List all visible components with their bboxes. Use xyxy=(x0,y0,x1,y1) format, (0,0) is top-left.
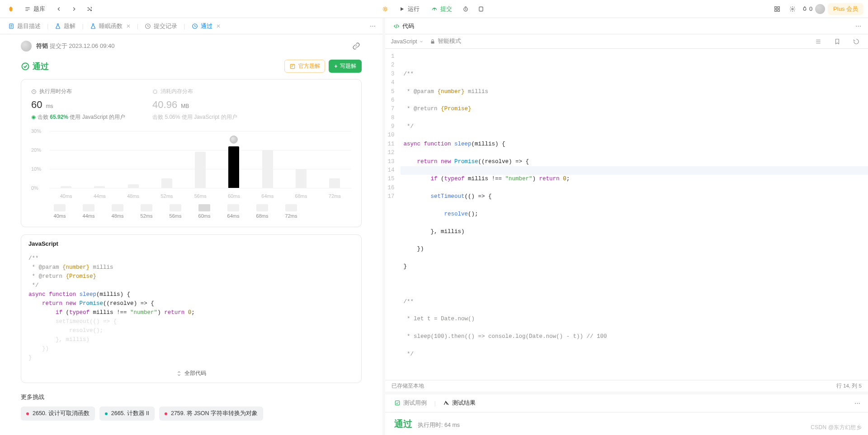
bookmark-icon[interactable] xyxy=(831,35,844,48)
chart-bar[interactable] xyxy=(60,186,72,188)
next-problem-button[interactable] xyxy=(68,3,80,15)
debug-icon[interactable] xyxy=(379,3,392,15)
language-select[interactable]: JavaScript xyxy=(391,38,423,45)
code-pane-header: 代码 ⋯ xyxy=(385,18,868,34)
right-pane: 代码 ⋯ JavaScript 智能模式 1234567891011121314… xyxy=(385,18,868,435)
submitter-name: 符韬 xyxy=(36,42,48,49)
chart-thumb[interactable]: 56ms xyxy=(165,204,186,219)
shuffle-button[interactable] xyxy=(83,3,96,15)
svg-rect-3 xyxy=(775,6,777,8)
runtime-block[interactable]: 执行用时分布 60 ms ◉击败 65.92% 使用 JavaScript 的用… xyxy=(31,88,125,121)
chart-bar[interactable] xyxy=(227,146,240,188)
chart-thumb[interactable]: 40ms xyxy=(49,204,70,219)
problem-list-label: 题库 xyxy=(33,5,45,13)
more-icon[interactable]: ⋯ xyxy=(852,20,864,33)
more-challenges-title: 更多挑战 xyxy=(21,393,362,401)
tab-submissions-label: 提交记录 xyxy=(154,22,177,30)
svg-point-0 xyxy=(384,8,387,10)
svg-rect-12 xyxy=(154,90,157,93)
submission-header: 符韬 提交于 2023.12.06 09:40 xyxy=(21,41,362,51)
smart-mode-toggle[interactable]: 智能模式 xyxy=(430,37,461,45)
user-avatar[interactable] xyxy=(815,4,825,14)
tab-testresults[interactable]: 测试结果 xyxy=(439,396,480,410)
format-icon[interactable] xyxy=(812,35,825,48)
svg-rect-5 xyxy=(775,9,777,11)
reset-icon[interactable] xyxy=(850,35,863,48)
close-icon[interactable]: ✕ xyxy=(126,23,131,29)
chart-thumb[interactable]: 60ms xyxy=(194,204,215,219)
editor-statusbar: 已存储至本地 行 14, 列 5 xyxy=(385,380,868,392)
link-icon[interactable] xyxy=(351,41,362,51)
show-all-code-button[interactable]: 全部代码 xyxy=(21,365,361,383)
close-icon[interactable]: ✕ xyxy=(216,23,221,29)
flask-icon xyxy=(55,23,61,29)
tab-accepted[interactable]: 通过 ✕ xyxy=(187,19,225,33)
test-exec-time: 执行用时: 64 ms xyxy=(418,422,460,428)
cursor-position: 行 14, 列 5 xyxy=(836,383,862,389)
chart-bar[interactable] xyxy=(194,152,207,188)
run-label: 运行 xyxy=(408,5,420,13)
official-solution-button[interactable]: 官方题解 xyxy=(284,60,325,73)
history-icon xyxy=(145,23,151,29)
submitter-avatar[interactable] xyxy=(21,41,32,51)
challenge-chip[interactable]: 2665. 计数器 II xyxy=(99,407,155,421)
tab-code[interactable]: 代码 xyxy=(389,19,419,33)
chart-thumb[interactable]: 48ms xyxy=(107,204,128,219)
chart-bar[interactable] xyxy=(261,150,274,188)
chart-bar[interactable] xyxy=(328,178,341,188)
chart-thumb[interactable]: 68ms xyxy=(252,204,273,219)
history-icon xyxy=(192,23,198,29)
tab-testcases[interactable]: 测试用例 xyxy=(390,396,431,410)
chart-thumb[interactable]: 52ms xyxy=(136,204,157,219)
svg-rect-4 xyxy=(778,6,779,8)
tab-accepted-label: 通过 xyxy=(201,22,212,30)
settings-icon[interactable] xyxy=(786,3,799,15)
svg-rect-6 xyxy=(778,9,779,11)
challenge-chip[interactable]: 2650. 设计可取消函数 xyxy=(21,407,95,421)
submitted-code: /** * @param {number} millis * @return {… xyxy=(21,253,361,365)
more-icon[interactable]: ⋯ xyxy=(366,20,379,33)
streak-counter[interactable]: 0 xyxy=(802,5,812,12)
layout-icon[interactable] xyxy=(771,3,783,15)
plus-badge[interactable]: Plus 会员 xyxy=(828,3,863,15)
test-panel: 测试用例 | 测试结果 ⋯ 通过 执行用时: 64 ms Case 1 Case… xyxy=(385,392,868,435)
left-tab-bar: 题目描述 | 题解 | 睡眠函数 ✕ | 提交记录 | 通过 ✕ xyxy=(0,18,382,34)
run-button[interactable]: 运行 xyxy=(394,3,424,15)
challenge-chip[interactable]: 2759. 将 JSON 字符串转换为对象 xyxy=(159,407,263,421)
tab-sleep-label: 睡眠函数 xyxy=(99,22,123,30)
submit-button[interactable]: 提交 xyxy=(427,3,457,15)
top-toolbar: 题库 运行 提交 0 Plus 会员 xyxy=(0,0,868,18)
write-solution-button[interactable]: +写题解 xyxy=(329,60,362,73)
tab-description-label: 题目描述 xyxy=(17,22,41,30)
editor-toolbar: JavaScript 智能模式 xyxy=(385,34,868,49)
chart-thumbnails: 40ms44ms48ms52ms56ms60ms64ms68ms72ms xyxy=(49,204,351,219)
chart-thumb[interactable]: 64ms xyxy=(223,204,244,219)
chart-bar[interactable] xyxy=(93,186,106,188)
chart-bar[interactable] xyxy=(160,178,173,188)
problem-list-button[interactable]: 题库 xyxy=(20,3,50,15)
memory-block[interactable]: 消耗内存分布 40.96 MB 击败 5.06% 使用 JavaScript 的… xyxy=(152,88,237,121)
code-language-label: JavaScript xyxy=(21,235,361,253)
saved-status: 已存储至本地 xyxy=(392,383,424,389)
chart-bar[interactable] xyxy=(295,169,307,188)
chart-thumb[interactable]: 44ms xyxy=(78,204,99,219)
runtime-chart: 0%10%20%30% 40ms44ms48ms52ms56ms60ms64ms… xyxy=(31,131,351,199)
metrics-card: 执行用时分布 60 ms ◉击败 65.92% 使用 JavaScript 的用… xyxy=(21,79,362,227)
tab-sleep-fn[interactable]: 睡眠函数 ✕ xyxy=(85,19,135,33)
more-icon[interactable]: ⋯ xyxy=(851,397,863,409)
tab-code-label: 代码 xyxy=(402,22,414,30)
tab-solution[interactable]: 题解 xyxy=(50,19,80,33)
code-editor[interactable]: 1234567891011121314151617 /** * @param {… xyxy=(385,49,868,380)
note-icon[interactable] xyxy=(475,3,487,15)
test-tabs: 测试用例 | 测试结果 ⋯ xyxy=(385,394,868,412)
tab-description[interactable]: 题目描述 xyxy=(4,19,45,33)
logo-icon[interactable] xyxy=(5,3,17,15)
timer-icon[interactable] xyxy=(459,3,472,15)
prev-problem-button[interactable] xyxy=(52,3,65,15)
chart-thumb[interactable]: 72ms xyxy=(281,204,302,219)
test-status: 通过 xyxy=(394,419,412,429)
chart-bar[interactable] xyxy=(127,184,140,188)
tab-submissions[interactable]: 提交记录 xyxy=(140,19,182,33)
submit-label: 提交 xyxy=(440,5,452,13)
left-pane: 题目描述 | 题解 | 睡眠函数 ✕ | 提交记录 | 通过 ✕ xyxy=(0,18,385,435)
